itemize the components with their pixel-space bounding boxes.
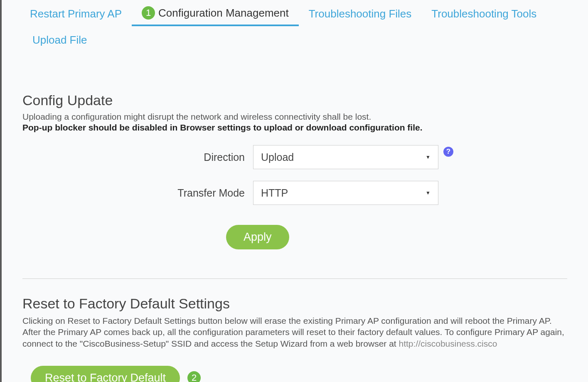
tab-restart-primary-ap[interactable]: Restart Primary AP [22, 6, 132, 26]
direction-row: Direction Upload ▼ ? [22, 145, 567, 169]
tab-label: Troubleshooting Files [309, 7, 412, 20]
config-update-desc: Uploading a configuration might disrupt … [22, 112, 567, 122]
apply-button[interactable]: Apply [226, 225, 289, 249]
tab-bar: Restart Primary AP 1 Configuration Manag… [22, 6, 567, 59]
divider [22, 278, 567, 279]
transfer-mode-value: HTTP [261, 187, 288, 199]
tab-upload-file[interactable]: Upload File [22, 34, 97, 52]
tab-label: Configuration Management [158, 7, 289, 20]
transfer-mode-label: Transfer Mode [22, 187, 253, 199]
reset-desc-link[interactable]: http://ciscobusiness.cisco [399, 339, 497, 348]
tab-troubleshooting-files[interactable]: Troubleshooting Files [299, 6, 422, 26]
tab-label: Restart Primary AP [30, 7, 122, 20]
step-badge-icon: 2 [187, 371, 201, 382]
reset-to-factory-default-button[interactable]: Reset to Factory Default [31, 366, 180, 382]
tab-label: Upload File [32, 34, 87, 47]
transfer-mode-row: Transfer Mode HTTP ▼ [22, 181, 567, 205]
chevron-down-icon: ▼ [426, 190, 431, 196]
direction-select[interactable]: Upload ▼ [253, 145, 438, 169]
step-badge-icon: 1 [142, 6, 155, 20]
tab-troubleshooting-tools[interactable]: Troubleshooting Tools [421, 6, 546, 26]
reset-action-row: Reset to Factory Default 2 [22, 366, 567, 382]
reset-title: Reset to Factory Default Settings [22, 296, 567, 312]
config-update-title: Config Update [22, 92, 567, 108]
direction-label: Direction [22, 151, 253, 163]
chevron-down-icon: ▼ [426, 154, 431, 160]
transfer-mode-select[interactable]: HTTP ▼ [253, 181, 438, 205]
tab-configuration-management[interactable]: 1 Configuration Management [132, 6, 299, 26]
tab-label: Troubleshooting Tools [431, 7, 536, 20]
config-update-warning: Pop-up blocker should be disabled in Bro… [22, 123, 567, 133]
help-icon[interactable]: ? [443, 147, 453, 157]
direction-value: Upload [261, 151, 294, 163]
reset-description: Clicking on Reset to Factory Default Set… [22, 315, 567, 349]
